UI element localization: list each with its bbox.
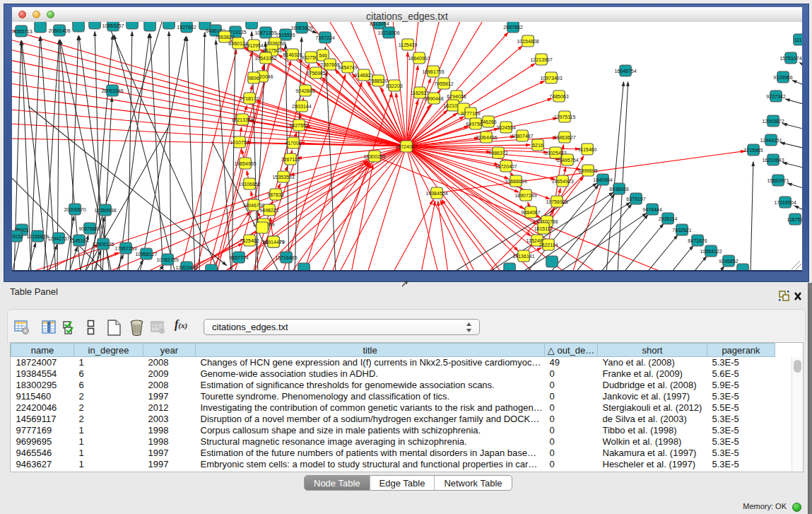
svg-text:10973493: 10973493 bbox=[540, 76, 562, 81]
svg-text:12213369: 12213369 bbox=[231, 117, 253, 122]
svg-text:6899695: 6899695 bbox=[578, 168, 597, 173]
svg-text:10543362: 10543362 bbox=[254, 56, 276, 61]
svg-text:8912954: 8912954 bbox=[244, 43, 263, 48]
svg-text:1145194: 1145194 bbox=[70, 238, 89, 243]
svg-text:16961755: 16961755 bbox=[422, 69, 444, 74]
svg-text:9242848: 9242848 bbox=[295, 88, 314, 93]
svg-text:8471676: 8471676 bbox=[688, 238, 707, 243]
svg-text:10688609: 10688609 bbox=[505, 179, 526, 184]
svg-text:1117: 1117 bbox=[794, 37, 802, 42]
svg-text:1162615: 1162615 bbox=[411, 90, 430, 95]
svg-text:2935114: 2935114 bbox=[659, 216, 678, 221]
svg-text:19106852: 19106852 bbox=[238, 182, 260, 187]
svg-text:12213967: 12213967 bbox=[530, 57, 552, 62]
svg-text:19654955: 19654955 bbox=[234, 161, 256, 166]
svg-text:9146821: 9146821 bbox=[354, 73, 373, 78]
svg-text:12923446: 12923446 bbox=[175, 265, 197, 270]
svg-text:18463627: 18463627 bbox=[553, 135, 575, 140]
svg-text:18300295: 18300295 bbox=[363, 154, 385, 159]
svg-text:3267110: 3267110 bbox=[281, 157, 300, 162]
svg-text:9777169: 9777169 bbox=[461, 111, 480, 116]
svg-text:19654923: 19654923 bbox=[551, 179, 573, 184]
svg-text:1815112: 1815112 bbox=[534, 226, 553, 231]
svg-text:9129966: 9129966 bbox=[773, 75, 792, 80]
svg-text:8938928: 8938928 bbox=[609, 187, 628, 192]
svg-text:2522114: 2522114 bbox=[539, 243, 558, 247]
svg-text:15751074: 15751074 bbox=[779, 56, 801, 61]
svg-text:16648754: 16648754 bbox=[614, 69, 636, 74]
svg-text:6379197: 6379197 bbox=[626, 197, 645, 201]
svg-text:16210643: 16210643 bbox=[762, 158, 784, 163]
svg-text:14055713: 14055713 bbox=[12, 29, 33, 34]
svg-text:1010753: 1010753 bbox=[230, 140, 249, 145]
svg-text:116753: 116753 bbox=[787, 217, 802, 222]
svg-text:10807487: 10807487 bbox=[511, 134, 533, 139]
svg-text:16053809: 16053809 bbox=[290, 25, 312, 30]
svg-text:6794028: 6794028 bbox=[447, 94, 466, 99]
svg-text:15353593: 15353593 bbox=[272, 175, 294, 180]
svg-text:10654122: 10654122 bbox=[700, 249, 722, 254]
svg-text:8427552: 8427552 bbox=[289, 123, 308, 128]
svg-text:17957253: 17957253 bbox=[114, 246, 136, 251]
svg-text:10046708: 10046708 bbox=[242, 203, 264, 208]
svg-text:9896: 9896 bbox=[248, 76, 259, 81]
svg-text:28053346: 28053346 bbox=[101, 88, 123, 93]
svg-text:417006: 417006 bbox=[285, 141, 301, 146]
svg-text:20691406: 20691406 bbox=[48, 28, 70, 33]
svg-text:2367608: 2367608 bbox=[320, 62, 339, 67]
svg-text:3215955: 3215955 bbox=[743, 148, 763, 153]
svg-text:7625402: 7625402 bbox=[240, 238, 259, 243]
svg-text:3624554: 3624554 bbox=[496, 125, 515, 130]
svg-text:19384554: 19384554 bbox=[425, 191, 447, 196]
svg-text:7663822: 7663822 bbox=[215, 35, 234, 40]
svg-text:19756928: 19756928 bbox=[546, 199, 567, 204]
svg-text:8146328: 8146328 bbox=[283, 52, 302, 57]
svg-text:12942737: 12942737 bbox=[47, 236, 69, 241]
svg-text:10154808: 10154808 bbox=[517, 39, 539, 44]
svg-text:39153: 39153 bbox=[12, 234, 23, 239]
svg-text:8454749: 8454749 bbox=[338, 65, 357, 70]
svg-text:10671355: 10671355 bbox=[254, 30, 276, 35]
svg-text:7357234: 7357234 bbox=[315, 35, 334, 40]
svg-text:18724007: 18724007 bbox=[395, 144, 417, 149]
svg-text:8756985: 8756985 bbox=[306, 71, 325, 76]
svg-text:546: 546 bbox=[319, 53, 327, 58]
svg-text:7632621: 7632621 bbox=[672, 228, 691, 233]
svg-text:8813054: 8813054 bbox=[370, 22, 389, 26]
svg-text:20364436: 20364436 bbox=[475, 135, 497, 140]
svg-text:17016504: 17016504 bbox=[774, 200, 796, 205]
svg-text:10958127: 10958127 bbox=[135, 252, 157, 257]
svg-text:8990448: 8990448 bbox=[424, 96, 443, 101]
svg-text:18640910: 18640910 bbox=[408, 56, 430, 61]
svg-text:19218506: 19218506 bbox=[377, 30, 399, 35]
svg-text:9657774: 9657774 bbox=[229, 255, 248, 260]
svg-text:2803144: 2803144 bbox=[292, 104, 311, 109]
svg-text:14136141: 14136141 bbox=[512, 254, 534, 259]
svg-text:12505135: 12505135 bbox=[92, 242, 114, 247]
svg-text:7485063: 7485063 bbox=[549, 94, 568, 99]
svg-text:18907249: 18907249 bbox=[514, 193, 536, 198]
svg-text:12156829: 12156829 bbox=[26, 234, 48, 239]
svg-text:2588520: 2588520 bbox=[368, 78, 387, 83]
svg-text:20206570: 20206570 bbox=[64, 207, 86, 212]
svg-text:9884067: 9884067 bbox=[521, 210, 540, 215]
svg-text:1125419: 1125419 bbox=[399, 42, 418, 47]
svg-text:12444151: 12444151 bbox=[760, 138, 782, 143]
svg-text:9227342: 9227342 bbox=[766, 94, 785, 99]
svg-text:7515526: 7515526 bbox=[276, 33, 295, 37]
svg-text:10853257: 10853257 bbox=[102, 23, 124, 28]
svg-text:9245652: 9245652 bbox=[719, 259, 738, 264]
svg-text:16914479: 16914479 bbox=[262, 240, 284, 245]
svg-text:9498222: 9498222 bbox=[259, 208, 278, 213]
svg-text:1640954: 1640954 bbox=[593, 177, 612, 182]
svg-text:6216: 6216 bbox=[532, 143, 543, 148]
svg-text:12975115: 12975115 bbox=[554, 115, 576, 119]
svg-text:2718170: 2718170 bbox=[240, 96, 259, 101]
svg-text:7986372: 7986372 bbox=[488, 151, 507, 156]
svg-text:1527602: 1527602 bbox=[177, 25, 196, 30]
svg-text:12093872: 12093872 bbox=[762, 119, 784, 124]
svg-text:10782759: 10782759 bbox=[156, 257, 178, 262]
svg-text:15720407: 15720407 bbox=[495, 164, 517, 169]
svg-text:90975887: 90975887 bbox=[78, 226, 100, 231]
svg-text:9115460: 9115460 bbox=[578, 147, 597, 152]
